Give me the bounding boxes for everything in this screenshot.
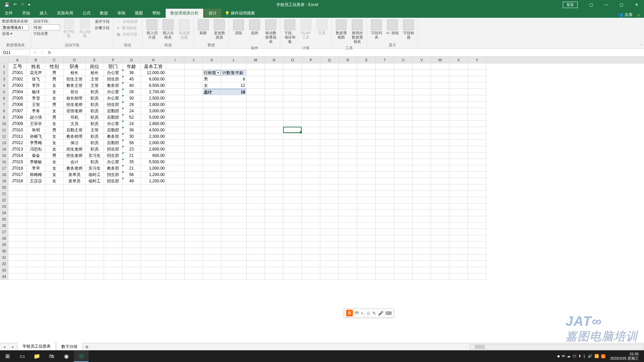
chrome-icon[interactable]: ◉ — [59, 350, 74, 362]
redo-icon[interactable]: ↷ — [19, 2, 26, 8]
maximize-icon[interactable]: ▢ — [614, 1, 629, 8]
grid-cells[interactable]: 工号姓名性别职务岗位部门年龄基本工资JT001花无声男校长校长办公室3612,0… — [8, 63, 644, 280]
pt-name-input[interactable] — [2, 24, 29, 31]
tray-bluetooth-icon[interactable]: ᛒ — [583, 354, 586, 358]
sheet-nav-next-icon[interactable]: ▸ — [9, 345, 17, 349]
tab-review[interactable]: 审阅 — [113, 9, 130, 18]
minimize-icon[interactable]: — — [599, 1, 614, 8]
olap-tools-button[interactable]: OLAP 工具 — [299, 19, 313, 40]
drill-down-button[interactable]: 向下钻取 — [61, 19, 76, 39]
file-explorer-icon[interactable]: 📁 — [30, 350, 44, 362]
fields-items-sets-button[interactable]: 字段、项目和集 — [282, 19, 297, 45]
relationships-button[interactable]: 关系 — [315, 19, 329, 36]
ime-skin-button[interactable]: ✎ — [372, 311, 376, 316]
fx-icon[interactable]: fx — [46, 50, 53, 55]
change-source-button[interactable]: 更改数据源 — [212, 19, 227, 40]
tab-pivot-design[interactable]: 设计 — [204, 9, 221, 18]
tab-view[interactable]: 视图 — [130, 9, 148, 18]
sheet-tab-active[interactable]: 学校员工信息表 — [17, 343, 56, 351]
move-pivot-button[interactable]: 移动数据透视表 — [263, 19, 278, 45]
expand-field-button[interactable]: 展开字段 — [94, 19, 111, 24]
ime-lang-button[interactable]: 中 — [355, 310, 359, 316]
group-tools: 数据透视图 推荐的数据透视表 工具 — [332, 18, 367, 48]
undo-icon[interactable]: ↶ — [12, 2, 18, 8]
store-icon[interactable]: 🛍 — [44, 350, 59, 362]
sheet-tab-other[interactable]: 数字分组 — [56, 343, 83, 351]
recommended-pivot-button[interactable]: 推荐的数据透视表 — [350, 19, 365, 45]
tab-pivot-analyze[interactable]: 数据透视表分析 — [166, 9, 203, 18]
ime-emoji-button[interactable]: ☺ — [366, 311, 370, 316]
group-actions: 清除 选择 移动数据透视表 操作 — [229, 18, 280, 48]
collapse-field-button[interactable]: 折叠字段 — [94, 25, 111, 31]
ime-punct-button[interactable]: •, — [361, 311, 364, 316]
accept-formula-icon[interactable]: ✓ — [39, 50, 46, 55]
tray-icon[interactable]: ☁ — [567, 354, 571, 358]
field-headers-button[interactable]: 字段标题 — [401, 19, 416, 40]
task-view-button[interactable]: ▭ — [15, 350, 30, 362]
quick-access-toolbar: 💾 ↶ ↷ ▾ — [0, 2, 32, 8]
tell-me[interactable]: 💡 操作说明搜索 — [221, 9, 258, 18]
excel-taskbar-icon[interactable]: ▦ — [74, 350, 89, 362]
smiley-icon[interactable]: ☺ — [637, 13, 641, 17]
drill-up-button[interactable]: 向上钻取 — [77, 19, 92, 39]
tray-icon[interactable]: ✉ — [562, 354, 565, 358]
sheet-nav-prev-icon[interactable]: ◂ — [0, 345, 9, 349]
pivot-filter-dropdown-icon[interactable]: ▾ — [216, 70, 221, 75]
taskbar-clock[interactable]: 15:35 2020/3/25 星期三 — [607, 352, 641, 360]
start-button[interactable]: ⊞ — [0, 350, 15, 362]
tray-icon[interactable]: ◆ — [557, 354, 560, 358]
collapse-ribbon-icon[interactable]: ˄ — [641, 44, 642, 47]
group-pivottable: 数据透视表名称: 选项 ▾ 数据透视表 — [0, 18, 31, 48]
ungroup-button[interactable]: ✕ 取消组合 — [115, 25, 140, 31]
select-button[interactable]: 选择 — [247, 19, 262, 36]
name-box[interactable] — [1, 49, 30, 56]
ribbon-mode-icon[interactable]: ▢ — [584, 1, 599, 8]
group-data: 刷新 更改数据源 数据 — [194, 18, 229, 48]
insert-timeline-button[interactable]: 插入日程表 — [161, 19, 175, 40]
tab-home[interactable]: 开始 — [17, 9, 35, 18]
tab-data[interactable]: 数据 — [95, 9, 113, 18]
field-list-button[interactable]: 字段列表 — [369, 19, 384, 40]
horizontal-scrollbar[interactable] — [470, 344, 644, 350]
save-icon[interactable]: 💾 — [3, 2, 11, 8]
plus-minus-button[interactable]: +/- 按钮 — [385, 19, 400, 36]
group-show: 字段列表 +/- 按钮 字段标题 显示 — [367, 18, 418, 48]
qat-more-icon[interactable]: ▾ — [26, 2, 32, 8]
filter-connections-button[interactable]: 筛选器连接 — [177, 19, 192, 40]
refresh-button[interactable]: 刷新 — [196, 19, 211, 36]
tab-help[interactable]: 帮助 — [148, 9, 165, 18]
cancel-formula-icon[interactable]: ✕ — [31, 50, 39, 55]
tray-network-icon[interactable]: 📶 — [594, 354, 599, 358]
tab-insert[interactable]: 插入 — [35, 9, 52, 18]
clear-button[interactable]: 清除 — [231, 19, 246, 36]
tray-icon[interactable]: ⬆ — [578, 354, 581, 358]
pt-options-button[interactable]: 选项 ▾ — [2, 31, 29, 36]
sheet-tab-bar: ◂ ▸ 学校员工信息表 数字分组 ⊕ — [0, 343, 644, 350]
tab-file[interactable]: 文件 — [0, 9, 17, 18]
tab-formulas[interactable]: 公式 — [78, 9, 95, 18]
row-headers[interactable]: 1234567891011121314151617181920212223242… — [0, 63, 8, 280]
group-field-button[interactable]: ▦ 分组字段 — [115, 32, 140, 37]
title-bar: 💾 ↶ ↷ ▾ 学校员工信息表 - Excel 登录 ▢ — ▢ ✕ — [0, 0, 644, 9]
worksheet[interactable]: 1234567891011121314151617181920212223242… — [0, 57, 644, 350]
ime-voice-button[interactable]: 🎤 — [378, 311, 383, 316]
field-settings-button[interactable]: 字段设置 — [33, 31, 60, 36]
sogou-logo-icon[interactable]: S — [346, 310, 353, 316]
add-sheet-button[interactable]: ⊕ — [83, 345, 91, 349]
tray-icon[interactable]: S — [601, 354, 605, 358]
insert-slicer-button[interactable]: 插入切片器 — [145, 19, 159, 40]
ime-keyboard-button[interactable]: ⌨ — [385, 311, 392, 316]
close-icon[interactable]: ✕ — [629, 1, 644, 8]
login-button[interactable]: 登录 — [563, 2, 578, 8]
select-all-corner[interactable] — [0, 57, 8, 63]
tab-page-layout[interactable]: 页面布局 — [52, 9, 78, 18]
column-headers[interactable]: ABCDEFGHIJKLMNOPQRSTUVWXY — [8, 57, 644, 63]
active-field-input[interactable] — [33, 24, 60, 31]
ime-toolbar[interactable]: S 中 •, ☺ ✎ 🎤 ⌨ — [344, 308, 394, 318]
tray-volume-icon[interactable]: 🔊 — [588, 354, 592, 358]
share-button[interactable]: 👥 共享 — [618, 12, 632, 18]
pivot-chart-button[interactable]: 数据透视图 — [334, 19, 348, 40]
tray-icon[interactable]: 🛡 — [573, 354, 576, 358]
system-tray[interactable]: ◆ ✉ ☁ 🛡 ⬆ ᛒ 🔊 📶 S 15:35 2020/3/25 星期三 — [557, 352, 644, 360]
group-selection-button[interactable]: → 分组选择 — [115, 19, 140, 24]
